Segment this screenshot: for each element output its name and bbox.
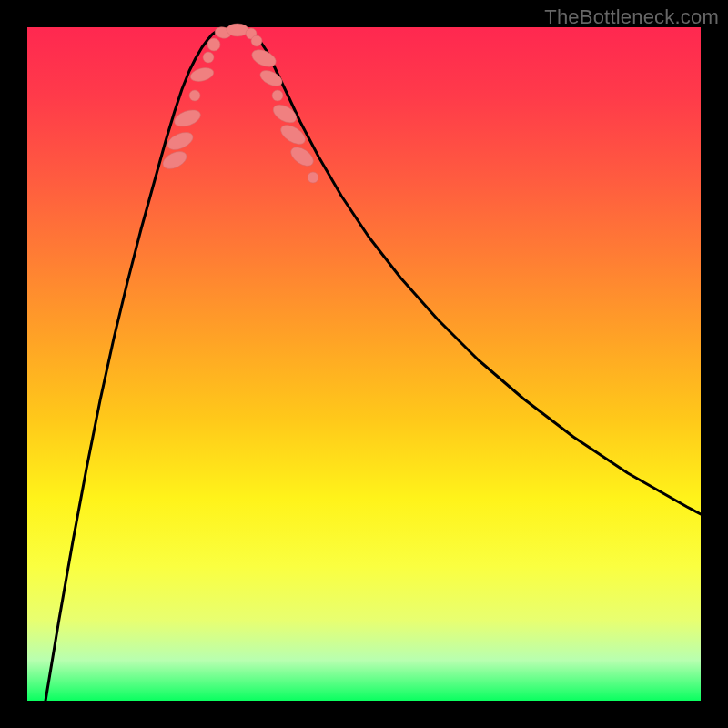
data-marker [308,172,318,183]
marker-group [160,24,318,183]
data-marker [278,121,308,147]
chart-frame [27,27,701,701]
data-marker [272,90,283,101]
data-marker [251,35,262,46]
data-marker [172,106,203,129]
data-marker [160,148,189,173]
data-marker [258,67,285,89]
chart-svg [27,27,701,701]
data-marker [203,52,214,63]
data-marker [189,66,216,84]
watermark-text: TheBottleneck.com [544,5,719,29]
curve-group [46,29,701,701]
data-marker [207,38,220,51]
data-marker [189,90,200,101]
bottleneck-curve [46,29,701,701]
data-marker [227,24,248,36]
data-marker [270,101,299,126]
